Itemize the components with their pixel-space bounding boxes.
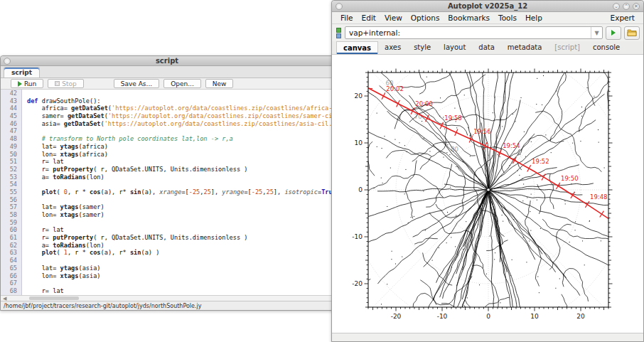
folder-icon: [627, 28, 638, 37]
menu-bookmarks[interactable]: Bookmarks: [444, 13, 494, 23]
horizontal-scrollbar[interactable]: ◀: [1, 295, 333, 301]
code-text: [22, 219, 333, 227]
code-line[interactable]: 43def drawSouthPole():: [1, 97, 333, 105]
uri-combobox[interactable]: vap+internal: ▼: [345, 26, 603, 39]
track-time-label: 19:48: [590, 193, 608, 201]
menu-edit[interactable]: Edit: [358, 13, 380, 23]
tab-axes[interactable]: axes: [378, 41, 407, 54]
line-number: 58: [1, 211, 22, 219]
track-time-label: 20:00: [415, 100, 433, 107]
track-time-label: 19:54: [503, 142, 520, 149]
code-text: plot( 1, r * cos(a), r* sin(a) ): [22, 249, 333, 257]
line-number: 50: [1, 151, 22, 159]
chevron-down-icon[interactable]: ▼: [591, 27, 602, 38]
code-text: def drawSouthPole():: [22, 97, 333, 105]
code-line[interactable]: 49 lat= ytags(africa): [1, 143, 333, 151]
code-line[interactable]: 63 plot( 1, r * cos(a), r* sin(a) ): [1, 249, 333, 257]
code-line[interactable]: 57 lat= ytags(samer): [1, 203, 333, 211]
tab-console[interactable]: console: [586, 41, 626, 54]
plot-canvas[interactable]: 80706020:0220:0019:5819:5619:5419:5219:5…: [332, 55, 643, 333]
menu-file[interactable]: File: [336, 13, 358, 23]
new-button[interactable]: New: [205, 79, 234, 88]
code-line[interactable]: 54: [1, 181, 333, 188]
line-number: 55: [1, 188, 22, 196]
tab-script[interactable]: script: [4, 67, 40, 78]
line-number: 42: [1, 90, 22, 97]
line-number: 47: [1, 127, 22, 135]
maximize-icon[interactable]: ⌃: [623, 3, 630, 10]
save-as-button[interactable]: Save As...: [114, 79, 159, 88]
code-line[interactable]: 65 lat= ytags(asia): [1, 264, 333, 272]
code-text: r= lat: [22, 287, 333, 295]
menu-options[interactable]: Options: [407, 13, 444, 23]
scroll-left-arrow[interactable]: ◀: [1, 296, 6, 301]
code-line[interactable]: 59: [1, 219, 333, 227]
menu-tools[interactable]: Tools: [494, 13, 521, 23]
code-line[interactable]: 46 asia= getDataSet('https://autoplot.or…: [1, 120, 333, 128]
line-number: 62: [1, 242, 22, 250]
run-icon: [18, 81, 22, 87]
code-line[interactable]: 52 r= putProperty( r, QDataSet.UNITS, Un…: [1, 166, 333, 173]
expert-menu[interactable]: Expert: [606, 13, 639, 23]
x-tick-label: -10: [437, 313, 448, 320]
code-text: samer= getDataSet('https://autoplot.org/…: [22, 112, 333, 120]
line-number: 51: [1, 158, 22, 166]
code-line[interactable]: 42: [1, 90, 333, 97]
code-line[interactable]: 64: [1, 257, 333, 264]
code-line[interactable]: 61 r= putProperty( r, QDataSet.UNITS, Un…: [1, 234, 333, 242]
menu-help[interactable]: Help: [521, 13, 547, 23]
code-text: lon= xtags(asia): [22, 272, 333, 280]
x-tick-label: 0: [486, 313, 490, 320]
open-file-button[interactable]: [624, 26, 640, 40]
code-line[interactable]: 56: [1, 196, 333, 204]
script-tab-bar: script: [1, 66, 333, 78]
code-editor[interactable]: 4243def drawSouthPole():44 africa= getDa…: [1, 90, 333, 295]
window-menu-button[interactable]: [4, 58, 11, 65]
stop-button[interactable]: ✕ Stop: [48, 79, 83, 88]
code-text: africa= getDataSet('https://autoplot.org…: [22, 105, 333, 112]
uri-value[interactable]: vap+internal:: [345, 28, 591, 37]
go-button[interactable]: [606, 26, 621, 40]
line-number: 45: [1, 112, 22, 120]
code-text: lat= ytags(asia): [22, 264, 333, 272]
code-line[interactable]: 48 # transform to North pole coordinates…: [1, 135, 333, 143]
tab-metadata[interactable]: metadata: [501, 41, 548, 54]
code-text: r= lat: [22, 158, 333, 166]
close-icon[interactable]: ✕: [633, 3, 640, 10]
autoplot-tab-bar: canvasaxesstylelayoutdatametadata[script…: [332, 41, 643, 55]
line-number: 53: [1, 173, 22, 181]
code-line[interactable]: 60 r= lat: [1, 226, 333, 234]
polar-coastline-plot: 80706020:0220:0019:5819:5619:5419:5219:5…: [332, 55, 644, 333]
uri-bar: vap+internal: ▼: [332, 24, 643, 41]
code-line[interactable]: 62 a= toRadians(lon): [1, 242, 333, 250]
scrollbar-thumb[interactable]: [29, 296, 79, 300]
code-text: r= putProperty( r, QDataSet.UNITS, Units…: [22, 234, 333, 242]
tab-layout[interactable]: layout: [437, 41, 472, 54]
code-line[interactable]: 50 lon= xtags(africa): [1, 151, 333, 159]
line-number: 63: [1, 249, 22, 257]
code-line[interactable]: 58 lon= xtags(samer): [1, 211, 333, 219]
autoplot-titlebar[interactable]: Autoplot v2025a_12 ⌄ ⌃ ✕: [332, 1, 643, 12]
code-line[interactable]: 44 africa= getDataSet('https://autoplot.…: [1, 105, 333, 112]
menu-view[interactable]: View: [380, 13, 407, 23]
code-line[interactable]: 53 a= toRadians(lon): [1, 173, 333, 181]
script-editor-window: script script Run ✕ Stop Save As... Open…: [0, 55, 334, 311]
code-line[interactable]: 67: [1, 279, 333, 287]
tab-canvas[interactable]: canvas: [336, 41, 378, 54]
window-menu-button[interactable]: [336, 3, 343, 10]
open-button[interactable]: Open...: [163, 79, 201, 88]
code-line[interactable]: 66 lon= xtags(asia): [1, 272, 333, 280]
latitude-label: 80: [451, 146, 458, 153]
code-line[interactable]: 55 plot( 0, r * cos(a), r* sin(a), xrang…: [1, 188, 333, 196]
code-line[interactable]: 51 r= lat: [1, 158, 333, 166]
tab-script[interactable]: [script]: [548, 41, 586, 54]
tab-style[interactable]: style: [407, 41, 437, 54]
script-window-titlebar[interactable]: script: [1, 56, 333, 66]
code-line[interactable]: 45 samer= getDataSet('https://autoplot.o…: [1, 112, 333, 120]
minimize-icon[interactable]: ⌄: [613, 3, 620, 10]
script-status-bar: /home/jbf/project/tracers/research-git/a…: [1, 301, 333, 311]
tab-data[interactable]: data: [472, 41, 501, 54]
run-button[interactable]: Run: [11, 79, 43, 88]
code-line[interactable]: 47: [1, 127, 333, 135]
code-line[interactable]: 68 r= lat: [1, 287, 333, 295]
